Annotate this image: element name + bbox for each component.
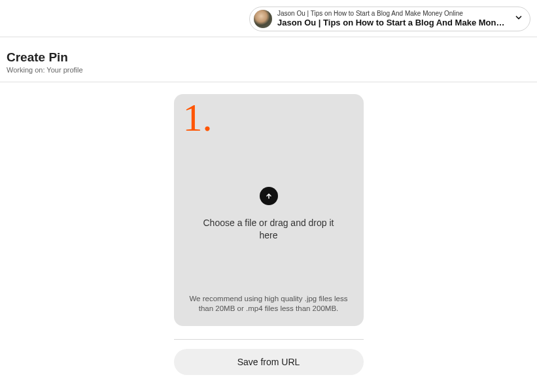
dropzone-prompt: Choose a file or drag and drop it here [197, 217, 341, 242]
main-area: 1. Choose a file or drag and drop it her… [0, 82, 537, 375]
page-title: Create Pin [7, 50, 537, 65]
annotation-number: 1. [183, 95, 213, 140]
save-from-url-label: Save from URL [237, 357, 300, 367]
divider [174, 339, 364, 340]
page-subtitle: Working on: Your profile [7, 66, 537, 74]
profile-text: Jason Ou | Tips on How to Start a Blog A… [277, 10, 505, 28]
dropzone-recommendation: We recommend using high quality .jpg fil… [183, 294, 355, 314]
dropzone-center: Choose a file or drag and drop it here [197, 187, 341, 242]
top-bar: Jason Ou | Tips on How to Start a Blog A… [0, 0, 537, 37]
upload-dropzone[interactable]: 1. Choose a file or drag and drop it her… [174, 94, 364, 326]
profile-selector[interactable]: Jason Ou | Tips on How to Start a Blog A… [249, 7, 530, 31]
chevron-down-icon [514, 13, 523, 25]
save-from-url-button[interactable]: Save from URL [174, 349, 364, 375]
avatar [254, 10, 272, 28]
profile-large-label: Jason Ou | Tips on How to Start a Blog A… [277, 18, 505, 28]
page-header: Create Pin Working on: Your profile [0, 37, 537, 82]
profile-small-label: Jason Ou | Tips on How to Start a Blog A… [277, 10, 505, 18]
upload-icon [260, 187, 278, 205]
